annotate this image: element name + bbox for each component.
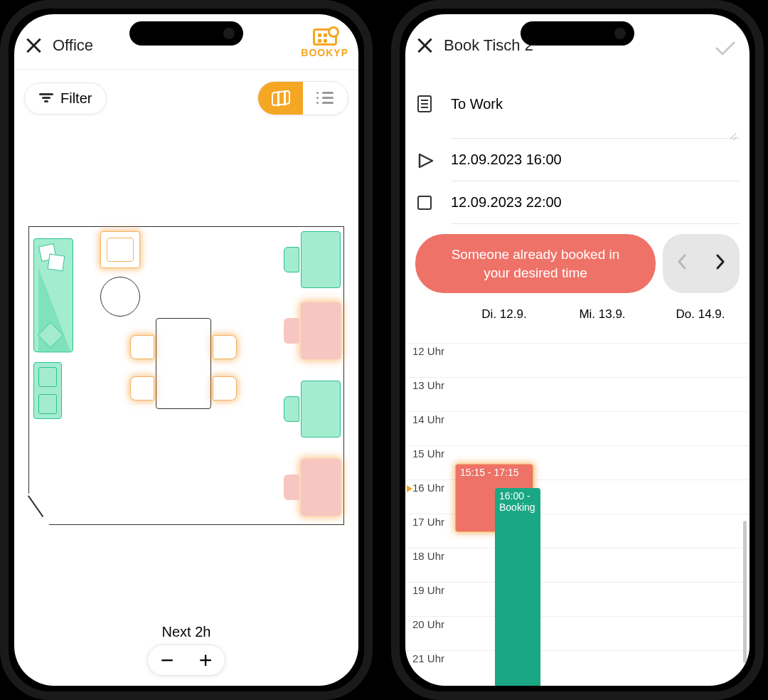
hour-row: 12 Uhr (405, 343, 750, 377)
end-time-row[interactable]: 12.09.2023 22:00 (405, 181, 750, 223)
view-toggle (257, 81, 348, 115)
day-label[interactable]: Mi. 13.9. (553, 307, 651, 322)
svg-marker-0 (420, 154, 432, 167)
start-time-value: 12.09.2023 16:00 (451, 152, 562, 168)
hour-label: 13 Uhr (405, 378, 455, 391)
end-time-value: 12.09.2023 22:00 (451, 194, 562, 211)
map-view-button[interactable] (258, 82, 303, 115)
notes-icon (417, 95, 432, 112)
seat-chair[interactable] (213, 376, 237, 401)
list-view-button[interactable] (303, 82, 348, 115)
map-icon (272, 90, 290, 107)
page-title: Office (53, 36, 93, 55)
cabinet[interactable] (33, 362, 62, 419)
start-time-row[interactable]: 12.09.2023 16:00 (405, 139, 750, 181)
filter-label: Filter (60, 90, 92, 107)
desk-right[interactable] (301, 231, 341, 288)
zoom-in-button[interactable]: + (199, 647, 213, 674)
zoom-control: − + (147, 645, 225, 676)
play-icon (417, 152, 432, 168)
range-label[interactable]: Next 2h (147, 624, 225, 640)
hour-label: 21 Uhr (405, 651, 455, 664)
calendar-grid[interactable]: 12 Uhr13 Uhr14 Uhr15 Uhr16 Uhr17 Uhr18 U… (405, 329, 750, 686)
seat-chair[interactable] (130, 335, 154, 359)
now-indicator-icon (407, 485, 412, 492)
seat-chair-booked[interactable] (284, 318, 299, 344)
hour-row: 13 Uhr (405, 377, 750, 411)
hour-label: 18 Uhr (405, 548, 455, 562)
hour-label: 17 Uhr (405, 514, 455, 528)
close-icon[interactable] (415, 36, 434, 55)
day-label[interactable]: Do. 14.9. (651, 307, 750, 322)
conflict-warning: Someone already booked in your desired t… (415, 234, 656, 293)
day-label[interactable]: Di. 12.9. (455, 307, 553, 322)
close-icon[interactable] (24, 36, 43, 55)
scrollbar-thumb[interactable] (743, 521, 747, 663)
device-notch (129, 21, 243, 46)
page-title: Book Tisch 2 (444, 36, 533, 55)
desk-right-booked[interactable] (301, 459, 341, 516)
seat-chair-booked[interactable] (284, 474, 299, 500)
filter-icon (39, 93, 53, 103)
seat-chair[interactable] (130, 376, 154, 401)
zoom-out-button[interactable]: − (161, 647, 174, 674)
brand-text: BOOKYP (301, 47, 348, 58)
hour-row: 21 Uhr (405, 650, 750, 684)
note-value: To Work (451, 96, 503, 112)
divider (451, 223, 740, 224)
desk-right[interactable] (301, 381, 341, 438)
seat-chair[interactable] (213, 335, 237, 359)
device-notch (521, 21, 634, 46)
desk-center (156, 318, 211, 409)
hour-label: 15 Uhr (405, 446, 455, 460)
filter-button[interactable]: Filter (24, 83, 107, 115)
hour-label: 19 Uhr (405, 583, 455, 596)
next-day-button[interactable] (715, 253, 726, 275)
hour-label: 16 Uhr (405, 480, 455, 494)
note-row[interactable]: To Work (405, 83, 750, 125)
hour-label: 12 Uhr (405, 344, 455, 357)
phone-right: Book Tisch 2 To Work 12.09.2023 16:00 (391, 0, 764, 700)
booking-mine[interactable]: 16:00 - Booking (495, 488, 540, 686)
desk-right-booked[interactable] (301, 302, 341, 359)
seat-chair[interactable] (284, 247, 299, 272)
resize-handle-icon[interactable] (730, 132, 737, 139)
seat-armchair[interactable] (100, 231, 140, 268)
hour-row: 19 Uhr (405, 582, 750, 616)
day-header: Di. 12.9. Mi. 13.9. Do. 14.9. (405, 303, 750, 329)
day-pager (663, 234, 740, 293)
hour-label: 14 Uhr (405, 412, 455, 425)
prev-day-button[interactable] (676, 253, 688, 275)
phone-left: Office BOOKYP Filter (0, 0, 373, 700)
hour-row: 14 Uhr (405, 411, 750, 445)
hour-label: 20 Uhr (405, 617, 455, 630)
list-icon (318, 92, 334, 105)
hour-row: 20 Uhr (405, 616, 750, 650)
confirm-button[interactable] (715, 41, 735, 55)
brand-logo: BOOKYP (301, 28, 348, 58)
floorplan[interactable] (28, 226, 344, 525)
sofa-shade (38, 267, 71, 353)
toolbar: Filter (14, 70, 358, 127)
round-table (100, 277, 140, 317)
hour-row: 18 Uhr (405, 548, 750, 582)
stop-icon (417, 196, 432, 210)
calendar-icon (313, 28, 337, 46)
seat-sofa[interactable] (33, 238, 73, 352)
seat-chair[interactable] (284, 396, 299, 422)
